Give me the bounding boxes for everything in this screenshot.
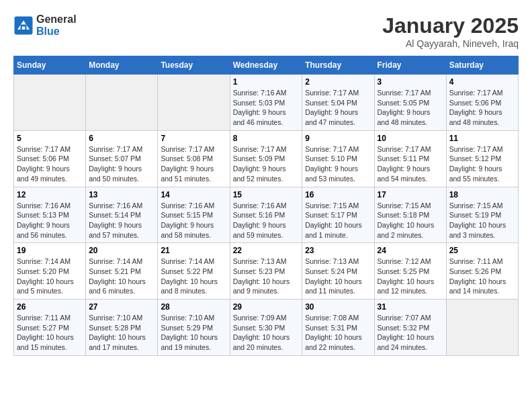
title-area: January 2025 Al Qayyarah, Nineveh, Iraq [382, 13, 519, 49]
day-info: Sunrise: 7:10 AM Sunset: 5:29 PM Dayligh… [161, 313, 226, 353]
calendar-cell: 15Sunrise: 7:16 AM Sunset: 5:16 PM Dayli… [230, 187, 302, 243]
day-number: 23 [305, 246, 371, 255]
weekday-header: Wednesday [230, 56, 302, 75]
day-number: 12 [17, 190, 83, 199]
day-number: 24 [378, 246, 443, 255]
day-info: Sunrise: 7:13 AM Sunset: 5:24 PM Dayligh… [305, 257, 371, 296]
weekday-header: Saturday [446, 56, 518, 75]
calendar-cell: 8Sunrise: 7:17 AM Sunset: 5:09 PM Daylig… [230, 130, 302, 187]
calendar-cell: 27Sunrise: 7:10 AM Sunset: 5:28 PM Dayli… [86, 300, 158, 356]
calendar-cell: 24Sunrise: 7:12 AM Sunset: 5:25 PM Dayli… [374, 243, 446, 300]
day-info: Sunrise: 7:17 AM Sunset: 5:05 PM Dayligh… [378, 88, 443, 128]
logo-icon [13, 15, 34, 36]
calendar-cell: 2Sunrise: 7:17 AM Sunset: 5:04 PM Daylig… [302, 75, 374, 131]
day-number: 18 [449, 190, 515, 199]
day-info: Sunrise: 7:13 AM Sunset: 5:23 PM Dayligh… [233, 257, 300, 296]
calendar-cell: 3Sunrise: 7:17 AM Sunset: 5:05 PM Daylig… [374, 75, 446, 131]
day-info: Sunrise: 7:11 AM Sunset: 5:26 PM Dayligh… [449, 257, 515, 296]
day-number: 4 [449, 77, 515, 87]
day-number: 3 [378, 77, 443, 87]
day-number: 20 [89, 246, 154, 255]
day-number: 29 [233, 302, 300, 312]
calendar-cell: 6Sunrise: 7:17 AM Sunset: 5:07 PM Daylig… [86, 130, 158, 187]
weekday-header: Sunday [14, 56, 86, 75]
day-info: Sunrise: 7:14 AM Sunset: 5:20 PM Dayligh… [17, 257, 83, 296]
calendar-cell: 26Sunrise: 7:11 AM Sunset: 5:27 PM Dayli… [14, 300, 86, 356]
calendar-cell: 14Sunrise: 7:16 AM Sunset: 5:15 PM Dayli… [158, 187, 230, 243]
day-info: Sunrise: 7:14 AM Sunset: 5:21 PM Dayligh… [89, 257, 154, 296]
weekday-header: Thursday [302, 56, 374, 75]
calendar-cell: 13Sunrise: 7:16 AM Sunset: 5:14 PM Dayli… [86, 187, 158, 243]
calendar-cell: 17Sunrise: 7:15 AM Sunset: 5:18 PM Dayli… [374, 187, 446, 243]
day-number: 22 [233, 246, 300, 255]
day-number: 1 [233, 77, 300, 87]
calendar-week-row: 26Sunrise: 7:11 AM Sunset: 5:27 PM Dayli… [14, 300, 519, 356]
calendar-subtitle: Al Qayyarah, Nineveh, Iraq [382, 38, 519, 49]
day-number: 10 [378, 134, 443, 143]
day-info: Sunrise: 7:17 AM Sunset: 5:04 PM Dayligh… [305, 88, 371, 128]
calendar-week-row: 12Sunrise: 7:16 AM Sunset: 5:13 PM Dayli… [14, 187, 519, 243]
weekday-header: Tuesday [158, 56, 230, 75]
calendar-cell: 9Sunrise: 7:17 AM Sunset: 5:10 PM Daylig… [302, 130, 374, 187]
day-number: 28 [161, 302, 226, 312]
calendar-cell: 20Sunrise: 7:14 AM Sunset: 5:21 PM Dayli… [86, 243, 158, 300]
day-number: 6 [89, 134, 154, 143]
logo: General Blue [13, 13, 77, 37]
calendar-cell: 12Sunrise: 7:16 AM Sunset: 5:13 PM Dayli… [14, 187, 86, 243]
weekday-header: Friday [374, 56, 446, 75]
day-info: Sunrise: 7:17 AM Sunset: 5:06 PM Dayligh… [449, 88, 515, 128]
day-number: 16 [305, 190, 371, 199]
day-number: 26 [17, 302, 83, 312]
calendar-cell: 7Sunrise: 7:17 AM Sunset: 5:08 PM Daylig… [158, 130, 230, 187]
day-info: Sunrise: 7:16 AM Sunset: 5:13 PM Dayligh… [17, 201, 83, 240]
logo-text: General Blue [36, 13, 77, 37]
calendar-week-row: 5Sunrise: 7:17 AM Sunset: 5:06 PM Daylig… [14, 130, 519, 187]
calendar-cell: 29Sunrise: 7:09 AM Sunset: 5:30 PM Dayli… [230, 300, 302, 356]
calendar-cell: 30Sunrise: 7:08 AM Sunset: 5:31 PM Dayli… [302, 300, 374, 356]
header: General Blue January 2025 Al Qayyarah, N… [13, 13, 519, 49]
calendar-cell [158, 75, 230, 131]
calendar-cell: 18Sunrise: 7:15 AM Sunset: 5:19 PM Dayli… [446, 187, 518, 243]
day-number: 13 [89, 190, 154, 199]
day-number: 19 [17, 246, 83, 255]
calendar-cell [446, 300, 518, 356]
day-info: Sunrise: 7:09 AM Sunset: 5:30 PM Dayligh… [233, 313, 300, 353]
calendar-cell: 16Sunrise: 7:15 AM Sunset: 5:17 PM Dayli… [302, 187, 374, 243]
day-info: Sunrise: 7:16 AM Sunset: 5:16 PM Dayligh… [233, 201, 300, 240]
day-info: Sunrise: 7:14 AM Sunset: 5:22 PM Dayligh… [161, 257, 226, 296]
calendar-cell [14, 75, 86, 131]
calendar-table: SundayMondayTuesdayWednesdayThursdayFrid… [13, 56, 519, 356]
calendar-cell: 23Sunrise: 7:13 AM Sunset: 5:24 PM Dayli… [302, 243, 374, 300]
calendar-cell: 22Sunrise: 7:13 AM Sunset: 5:23 PM Dayli… [230, 243, 302, 300]
day-info: Sunrise: 7:16 AM Sunset: 5:14 PM Dayligh… [89, 201, 154, 240]
day-info: Sunrise: 7:17 AM Sunset: 5:08 PM Dayligh… [161, 144, 226, 184]
day-number: 8 [233, 134, 300, 143]
day-info: Sunrise: 7:07 AM Sunset: 5:32 PM Dayligh… [378, 313, 443, 353]
calendar-cell: 10Sunrise: 7:17 AM Sunset: 5:11 PM Dayli… [374, 130, 446, 187]
day-info: Sunrise: 7:11 AM Sunset: 5:27 PM Dayligh… [17, 313, 83, 353]
day-number: 11 [449, 134, 515, 143]
calendar-cell: 25Sunrise: 7:11 AM Sunset: 5:26 PM Dayli… [446, 243, 518, 300]
calendar-cell: 5Sunrise: 7:17 AM Sunset: 5:06 PM Daylig… [14, 130, 86, 187]
calendar-cell: 1Sunrise: 7:16 AM Sunset: 5:03 PM Daylig… [230, 75, 302, 131]
day-info: Sunrise: 7:17 AM Sunset: 5:10 PM Dayligh… [305, 144, 371, 184]
calendar-cell: 31Sunrise: 7:07 AM Sunset: 5:32 PM Dayli… [374, 300, 446, 356]
weekday-header-row: SundayMondayTuesdayWednesdayThursdayFrid… [14, 56, 519, 75]
day-number: 17 [378, 190, 443, 199]
day-info: Sunrise: 7:16 AM Sunset: 5:15 PM Dayligh… [161, 201, 226, 240]
logo-blue: Blue [36, 26, 77, 38]
calendar-cell: 4Sunrise: 7:17 AM Sunset: 5:06 PM Daylig… [446, 75, 518, 131]
day-info: Sunrise: 7:17 AM Sunset: 5:12 PM Dayligh… [449, 144, 515, 184]
calendar-title: January 2025 [382, 13, 519, 38]
calendar-cell: 11Sunrise: 7:17 AM Sunset: 5:12 PM Dayli… [446, 130, 518, 187]
day-number: 25 [449, 246, 515, 255]
calendar-week-row: 19Sunrise: 7:14 AM Sunset: 5:20 PM Dayli… [14, 243, 519, 300]
calendar-cell [86, 75, 158, 131]
day-number: 9 [305, 134, 371, 143]
calendar-cell: 28Sunrise: 7:10 AM Sunset: 5:29 PM Dayli… [158, 300, 230, 356]
day-number: 2 [305, 77, 371, 87]
day-info: Sunrise: 7:15 AM Sunset: 5:19 PM Dayligh… [449, 201, 515, 240]
day-number: 30 [305, 302, 371, 312]
day-number: 7 [161, 134, 226, 143]
day-number: 15 [233, 190, 300, 199]
